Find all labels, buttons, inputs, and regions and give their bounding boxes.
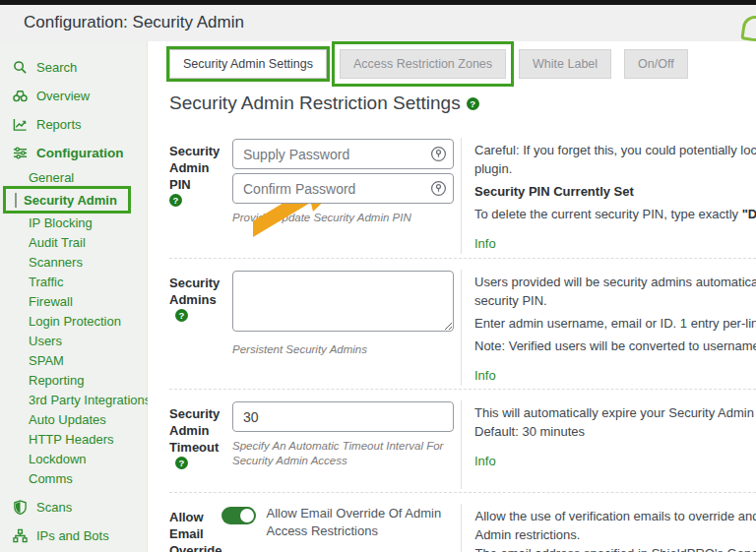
sidebar-item-label: Scans (36, 500, 72, 515)
setting-row-security-admins: Security Admins? Persistent Security Adm… (169, 270, 756, 386)
help-icon[interactable]: ? (467, 97, 479, 110)
row-separator (169, 492, 756, 493)
sidebar-item-reports[interactable]: Reports (0, 110, 147, 139)
help-text: To delete the current security PIN, type… (474, 205, 756, 223)
page-header: Configuration: Security Admin (0, 5, 756, 41)
current-item-indicator (15, 193, 17, 208)
sidebar-item-traffic[interactable]: Traffic (0, 272, 147, 291)
setting-row-security-admin-pin: Security Admin PIN ? Provide/Update Secu… (169, 138, 756, 254)
sidebar-item-label: Overview (36, 89, 90, 103)
setting-label: Security Admin Timeout? (169, 400, 232, 489)
sidebar-item-audit-trail[interactable]: Audit Trail (0, 232, 147, 252)
info-link[interactable]: Info (474, 368, 496, 383)
sidebar-item-overview[interactable]: Overview (0, 82, 147, 110)
confirm-password-input[interactable] (232, 173, 454, 204)
sidebar-item-spam[interactable]: SPAM (0, 350, 147, 370)
sidebar-item-reporting[interactable]: Reporting (0, 370, 147, 390)
setting-label: Allow Email Override? (169, 504, 221, 552)
sidebar-item-label: IPs and Bots (36, 528, 109, 543)
sidebar-item-ips-and-bots[interactable]: IPs and Bots (0, 521, 147, 550)
toggle-knob (240, 509, 254, 522)
shield-icon (13, 500, 28, 515)
setting-label: Security Admins? (169, 270, 232, 386)
help-text: Security PIN Currently Set (474, 182, 756, 201)
sidebar-item-firewall[interactable]: Firewall (0, 291, 147, 311)
help-text: security PIN. (474, 291, 756, 310)
tab-on-off[interactable]: On/Off (624, 49, 688, 79)
sidebar-item-label: Reports (36, 117, 82, 132)
sidebar-item-auto-updates[interactable]: Auto Updates (0, 409, 147, 429)
reports-chart-icon (13, 117, 28, 132)
sidebar-item-3rd-party-integrations[interactable]: 3rd Party Integrations (0, 390, 147, 409)
sidebar-item-ip-blocking[interactable]: IP Blocking (0, 213, 147, 232)
sidebar-item-label: Search (36, 60, 77, 75)
setting-help: This will automatically expire your Secu… (461, 400, 756, 489)
sidebar-item-configuration[interactable]: Configuration (0, 139, 147, 167)
sidebar-item-label: Security Admin (24, 193, 117, 208)
sidebar-item-scanners[interactable]: Scanners (0, 252, 147, 272)
sidebar-item-http-headers[interactable]: HTTP Headers (0, 429, 147, 449)
help-text: Note: Verified users will be converted t… (474, 337, 756, 355)
sidebar-item-security-admin[interactable]: Security Admin (6, 189, 128, 211)
info-link[interactable]: Info (474, 454, 496, 468)
sliders-icon (13, 146, 28, 160)
supply-password-input[interactable] (232, 139, 454, 169)
setting-caption: Persistent Security Admins (232, 342, 461, 357)
tab-bar: Security Admin Settings Access Restricti… (169, 49, 688, 79)
row-separator (169, 258, 756, 259)
setting-label: Security Admin PIN ? (169, 138, 232, 254)
sidebar-item-comms[interactable]: Comms (0, 468, 147, 488)
sidebar-item-general[interactable]: General (0, 167, 147, 187)
sidebar-item-users[interactable]: Users (0, 331, 147, 350)
shield-logo-icon (740, 14, 756, 42)
search-icon (13, 60, 28, 75)
sidebar-item-login-protection[interactable]: Login Protection (0, 311, 147, 331)
help-text: Default: 30 minutes (474, 422, 756, 441)
help-text: Enter admin username, email or ID. 1 ent… (474, 314, 756, 333)
setting-caption: Specify An Automatic Timeout Interval Fo… (232, 439, 461, 468)
binoculars-icon (13, 89, 28, 103)
sidebar-item-search[interactable]: Search (0, 53, 147, 82)
sidebar-item-lockdown[interactable]: Lockdown (0, 449, 147, 468)
help-text: Admin restrictions. (474, 525, 756, 544)
setting-help: Allow the use of verification emails to … (461, 504, 756, 552)
tab-white-label[interactable]: White Label (519, 49, 611, 79)
email-override-toggle[interactable] (221, 507, 256, 524)
toggle-label: Allow Email Override Of Admin Access Res… (266, 505, 461, 540)
help-text: Users provided will be security admins a… (474, 273, 756, 291)
help-text: Allow the use of verification emails to … (474, 507, 756, 525)
setting-help: Careful: If you forget this, you could p… (461, 138, 756, 254)
setting-caption: Provide/Update Security Admin PIN (232, 211, 461, 225)
password-reveal-icon[interactable] (430, 180, 447, 197)
help-text: The email address specified in ShieldPRO… (474, 544, 756, 552)
help-text: This will automatically expire your Secu… (474, 403, 756, 422)
security-admins-textarea[interactable] (232, 271, 454, 332)
password-reveal-icon[interactable] (430, 146, 447, 162)
setting-row-allow-email-override: Allow Email Override? Allow Email Overri… (169, 504, 756, 552)
info-link[interactable]: Info (474, 236, 496, 251)
setting-row-security-admin-timeout: Security Admin Timeout? Specify An Autom… (169, 400, 756, 489)
row-separator (169, 389, 756, 390)
sidebar-nav: Search Overview Reports Configuration Ge… (0, 41, 148, 552)
sidebar-item-scans[interactable]: Scans (0, 493, 147, 521)
help-text: Careful: If you forget this, you could p… (474, 141, 756, 159)
help-icon[interactable]: ? (169, 194, 182, 207)
main-content: Security Admin Settings Access Restricti… (148, 41, 756, 552)
help-icon[interactable]: ? (175, 309, 188, 322)
help-icon[interactable]: ? (175, 457, 188, 469)
network-icon (13, 528, 28, 543)
timeout-input[interactable] (232, 401, 454, 432)
setting-help: Users provided will be security admins a… (461, 270, 756, 386)
sidebar-item-label: Configuration (36, 146, 123, 160)
tab-security-admin-settings[interactable]: Security Admin Settings (169, 49, 327, 79)
page-title: Configuration: Security Admin (24, 13, 244, 32)
section-heading: Security Admin Restriction Settings? (169, 92, 479, 114)
help-text: plugin. (474, 159, 756, 178)
tab-access-restriction-zones[interactable]: Access Restriction Zones (340, 49, 506, 79)
